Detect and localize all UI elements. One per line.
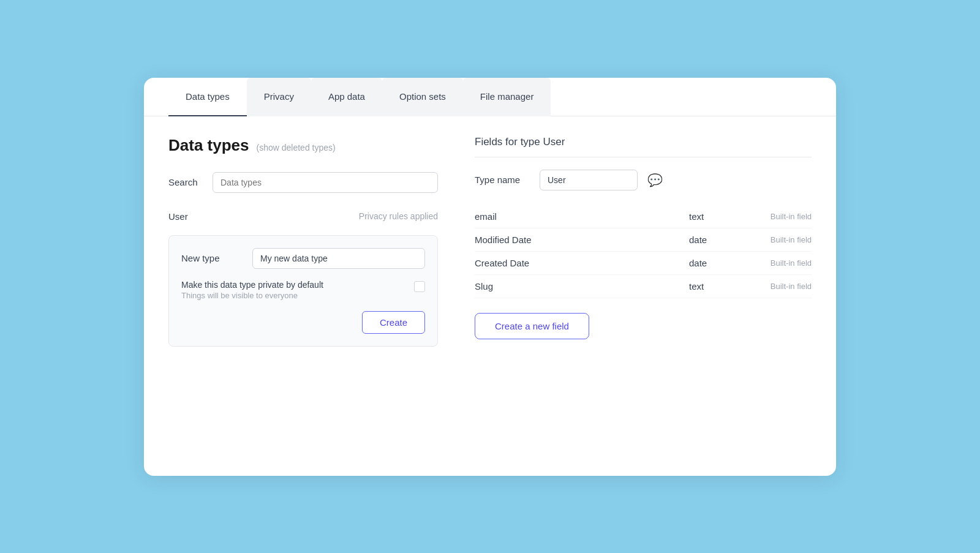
table-row: SlugtextBuilt-in field bbox=[475, 275, 812, 298]
new-type-row: New type bbox=[181, 248, 425, 269]
tab-app-data[interactable]: App data bbox=[311, 78, 382, 116]
field-name: email bbox=[475, 211, 689, 222]
new-type-input[interactable] bbox=[252, 248, 425, 269]
tab-bar: Data types Privacy App data Option sets … bbox=[144, 78, 836, 116]
table-row: Modified DatedateBuilt-in field bbox=[475, 228, 812, 252]
field-type: text bbox=[689, 281, 738, 292]
fields-title: Fields for type User bbox=[475, 136, 812, 157]
private-checkbox[interactable] bbox=[414, 281, 425, 292]
tab-file-manager[interactable]: File manager bbox=[463, 78, 551, 116]
create-btn-row: Create bbox=[181, 311, 425, 334]
page-title: Data types bbox=[168, 136, 249, 155]
search-label: Search bbox=[168, 177, 203, 187]
tab-privacy[interactable]: Privacy bbox=[247, 78, 311, 116]
tab-data-types[interactable]: Data types bbox=[168, 78, 247, 116]
user-row: User Privacy rules applied bbox=[168, 205, 438, 228]
fields-table: emailtextBuilt-in fieldModified Datedate… bbox=[475, 205, 812, 298]
privacy-rules-label: Privacy rules applied bbox=[359, 211, 438, 221]
tab-option-sets[interactable]: Option sets bbox=[382, 78, 463, 116]
user-type-label: User bbox=[168, 211, 188, 222]
type-name-row: Type name 💬 bbox=[475, 170, 812, 190]
private-subtitle: Things will be visible to everyone bbox=[181, 291, 407, 300]
type-name-input[interactable] bbox=[540, 170, 638, 190]
left-panel: Data types (show deleted types) Search U… bbox=[168, 136, 438, 347]
private-title: Make this data type private by default bbox=[181, 280, 407, 290]
type-name-label: Type name bbox=[475, 175, 530, 185]
private-row: Make this data type private by default T… bbox=[181, 280, 425, 300]
field-built-in-badge: Built-in field bbox=[738, 235, 812, 244]
field-name: Created Date bbox=[475, 258, 689, 268]
page-title-row: Data types (show deleted types) bbox=[168, 136, 438, 155]
content-area: Data types (show deleted types) Search U… bbox=[144, 116, 836, 366]
field-built-in-badge: Built-in field bbox=[738, 282, 812, 291]
create-button[interactable]: Create bbox=[362, 311, 425, 334]
table-row: emailtextBuilt-in field bbox=[475, 205, 812, 228]
create-new-field-button[interactable]: Create a new field bbox=[475, 313, 589, 339]
show-deleted-link[interactable]: (show deleted types) bbox=[257, 143, 336, 152]
main-window: Data types Privacy App data Option sets … bbox=[144, 78, 836, 476]
comment-icon[interactable]: 💬 bbox=[647, 173, 663, 187]
right-panel: Fields for type User Type name 💬 emailte… bbox=[475, 136, 812, 347]
field-type: text bbox=[689, 211, 738, 222]
private-text: Make this data type private by default T… bbox=[181, 280, 407, 300]
search-input[interactable] bbox=[213, 172, 438, 193]
field-type: date bbox=[689, 235, 738, 245]
field-built-in-badge: Built-in field bbox=[738, 212, 812, 221]
new-type-card: New type Make this data type private by … bbox=[168, 235, 438, 347]
field-name: Slug bbox=[475, 281, 689, 292]
table-row: Created DatedateBuilt-in field bbox=[475, 252, 812, 275]
field-built-in-badge: Built-in field bbox=[738, 258, 812, 268]
field-name: Modified Date bbox=[475, 235, 689, 245]
field-type: date bbox=[689, 258, 738, 268]
search-row: Search bbox=[168, 172, 438, 193]
new-type-label: New type bbox=[181, 253, 243, 263]
